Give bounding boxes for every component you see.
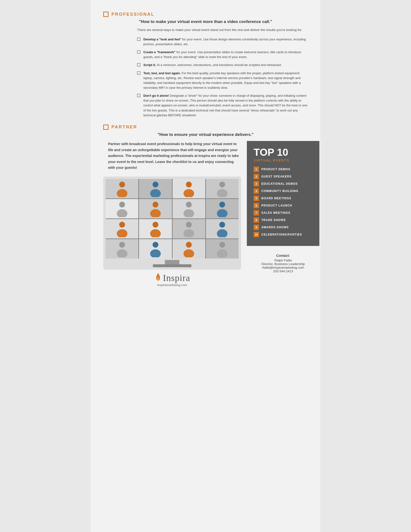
avatar-svg <box>182 240 195 257</box>
checklist-item-4: Test, test, and test again. For the best… <box>137 71 308 90</box>
tv-cell <box>173 219 205 238</box>
checklist-item-1: Develop a "look and feel" for your event… <box>137 37 308 47</box>
checklist-item-5: Don't go it alone! Designate a "driver" … <box>137 93 308 118</box>
tv-cell <box>139 239 172 258</box>
checkbox-3 <box>137 63 140 66</box>
avatar-svg <box>149 240 162 257</box>
top10-label: TRADE SHOWS <box>261 218 286 222</box>
checklist-item-2: Create a "framework" for your event. Use… <box>137 50 308 59</box>
partner-content: Partner with broadcast event professiona… <box>103 141 308 289</box>
top10-panel: TOP 10 VIRTUAL EVENTS 1 PRODUCT DEMOS 2 … <box>247 141 319 246</box>
svg-point-14 <box>219 202 225 208</box>
top10-item: 6 PRODUCT LAUNCH <box>254 203 313 208</box>
tv-cell <box>106 199 138 218</box>
tv-illustration <box>103 177 241 270</box>
tv-cell <box>173 179 205 198</box>
svg-point-29 <box>184 249 194 257</box>
svg-point-19 <box>150 229 161 237</box>
contact-title: Contact: <box>247 254 319 257</box>
svg-point-24 <box>119 242 125 248</box>
top10-title: TOP 10 <box>254 147 313 158</box>
top10-label: EDUCATIONAL DEMOS <box>261 182 298 185</box>
avatar-svg <box>116 240 129 257</box>
tv-cell <box>173 239 205 258</box>
top10-num: 8 <box>254 217 259 223</box>
top10-item: 5 BOARD MEETINGS <box>254 196 313 201</box>
professional-checklist: Develop a "look and feel" for your event… <box>137 37 308 118</box>
top10-num: 4 <box>254 188 259 194</box>
flame-icon <box>154 273 162 283</box>
svg-point-15 <box>217 209 227 217</box>
tv-cell <box>106 239 138 258</box>
right-column: TOP 10 VIRTUAL EVENTS 1 PRODUCT DEMOS 2 … <box>247 141 319 289</box>
tv-base <box>153 264 191 267</box>
top10-num: 10 <box>254 232 259 237</box>
top10-label: AWARDS SHOWS <box>261 226 289 229</box>
svg-point-26 <box>153 242 158 248</box>
avatar-svg <box>216 240 229 257</box>
tv-cell <box>173 199 205 218</box>
svg-point-7 <box>217 189 227 197</box>
svg-point-16 <box>119 222 125 228</box>
avatar-svg <box>116 180 129 197</box>
checkbox-4 <box>137 71 140 75</box>
top10-label: CELEBRATIONS/PARTIES <box>261 233 302 236</box>
svg-point-22 <box>219 222 225 228</box>
tv-neck <box>165 260 179 264</box>
tv-cell <box>206 239 239 258</box>
svg-point-21 <box>184 229 194 237</box>
svg-point-17 <box>117 229 127 237</box>
checkbox-2 <box>137 50 140 54</box>
logo-name: Inspira <box>163 273 190 283</box>
contact-email: rfailla@inspiramarketing.com <box>247 266 319 269</box>
svg-point-25 <box>117 249 127 257</box>
top10-item: 4 COMMUNITY BUILDING <box>254 188 313 194</box>
tv-cell <box>139 219 172 238</box>
avatar-svg <box>149 200 162 217</box>
svg-point-23 <box>217 229 227 237</box>
top10-list: 1 PRODUCT DEMOS 2 GUEST SPEAKERS 3 EDUCA… <box>254 167 313 237</box>
top10-label: PRODUCT DEMOS <box>261 168 290 171</box>
contact-section: Contact: Ralph Failla Director, Business… <box>247 254 319 273</box>
tv-cell <box>139 199 172 218</box>
svg-point-18 <box>153 222 158 228</box>
avatar-svg <box>116 220 129 237</box>
svg-point-11 <box>150 209 161 217</box>
svg-point-20 <box>186 222 192 228</box>
partner-title: PARTNER <box>112 124 137 130</box>
top10-item: 9 AWARDS SHOWS <box>254 225 313 230</box>
contact-role: Director, Business Leadership <box>247 262 319 266</box>
avatar-svg <box>182 220 195 237</box>
top10-label: COMMUNITY BUILDING <box>261 189 298 193</box>
svg-point-0 <box>119 182 125 187</box>
top10-item: 10 CELEBRATIONS/PARTIES <box>254 232 313 237</box>
page: PROFESSIONAL "How to make your virtual e… <box>91 0 320 532</box>
logo-section: Inspira inspiramarketing.com <box>103 273 241 289</box>
tv-cell <box>106 179 138 198</box>
professional-body: There are several ways to make your virt… <box>137 28 308 33</box>
top10-num: 3 <box>254 181 259 186</box>
top10-num: 6 <box>254 203 259 208</box>
svg-point-10 <box>153 202 158 208</box>
avatar-svg <box>216 220 229 237</box>
tv-cell <box>206 219 239 238</box>
checkbox-1 <box>137 38 140 41</box>
professional-section-header: PROFESSIONAL <box>103 12 308 17</box>
svg-point-4 <box>186 182 192 187</box>
top10-item: 8 TRADE SHOWS <box>254 217 313 223</box>
top10-label: GUEST SPEAKERS <box>261 175 291 178</box>
partner-body: Partner with broadcast event professiona… <box>108 141 241 171</box>
professional-icon <box>103 12 109 17</box>
svg-point-13 <box>184 209 194 217</box>
svg-point-8 <box>119 202 125 208</box>
avatar-svg <box>116 200 129 217</box>
avatar-svg <box>149 220 162 237</box>
svg-point-9 <box>117 209 127 217</box>
top10-num: 5 <box>254 196 259 201</box>
tv-cell <box>139 179 172 198</box>
svg-point-28 <box>186 242 192 248</box>
avatar-svg <box>216 200 229 217</box>
professional-title: PROFESSIONAL <box>112 12 154 17</box>
professional-quote: "How to make your virtual event more tha… <box>103 19 308 24</box>
partner-section-header: PARTNER <box>103 124 308 130</box>
